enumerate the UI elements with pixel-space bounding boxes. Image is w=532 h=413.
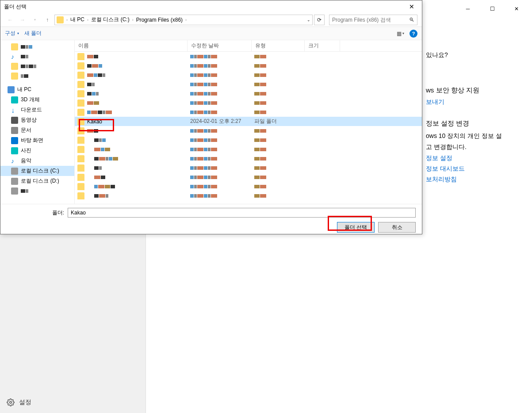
list-item-kakao[interactable]: Kakao 2024-02-01 오후 2:27 파일 폴더 [75,117,422,126]
music-icon [11,157,18,164]
chevron-right-icon: › [66,18,68,22]
tree-label: 로컬 디스크 (D:) [21,177,59,185]
help-button[interactable]: ? [410,30,417,38]
list-item[interactable] [75,107,422,117]
tree-item-disk-c[interactable]: 로컬 디스크 (C:) [0,166,74,176]
list-header: 이름 수정한 날짜 유형 크기 [75,40,422,52]
tree-item[interactable] [0,42,74,52]
select-folder-button[interactable]: 폴더 선택 [337,222,375,233]
crumb-pc[interactable]: 내 PC [69,16,86,23]
settings-button[interactable]: 설정 [7,398,31,406]
bg-link-dashboard[interactable]: 정보 대시보드 [426,165,528,173]
refresh-button[interactable]: ⟳ [314,15,325,25]
recent-dropdown[interactable]: ▾ [30,15,40,25]
row-name: Kakao [87,119,190,125]
forward-button[interactable]: → [17,15,28,25]
col-type[interactable]: 유형 [252,40,305,51]
minimize-icon[interactable]: ─ [459,2,477,15]
tree-item-3d[interactable]: 3D 개체 [0,95,74,105]
chevron-right-icon: › [185,18,187,22]
back-button[interactable]: ← [5,15,15,25]
navigation-tree[interactable]: 내 PC 3D 개체 다운로드 동영상 문서 바탕 화면 사진 음악 로컬 디스… [0,40,75,204]
list-item[interactable] [75,52,422,61]
disk-icon [11,178,18,185]
organize-label: 구성 [5,30,15,37]
breadcrumb[interactable]: › 내 PC › 로컬 디스크 (C:) › Program Files (x8… [54,15,313,25]
tree-item-desktop[interactable]: 바탕 화면 [0,135,74,145]
list-item[interactable] [75,145,422,154]
search-box[interactable]: 🔍︎ [329,15,417,25]
row-type: 파일 폴더 [254,118,307,125]
pc-icon [8,86,15,93]
crumb-program-files[interactable]: Program Files (x86) [134,17,184,23]
tree-item[interactable] [0,71,74,81]
folder-input[interactable] [68,208,416,218]
folder-icon [11,63,18,70]
list-item[interactable] [75,182,422,191]
list-item[interactable] [75,135,422,145]
folder-select-dialog: 폴더 선택 ✕ ← → ▾ ↑ › 내 PC › 로컬 디스크 (C:) › P… [0,0,422,234]
tree-item-disk-d[interactable]: 로컬 디스크 (D:) [0,176,74,186]
tree-item-documents[interactable]: 문서 [0,125,74,135]
tree-label: 동영상 [21,116,37,124]
folder-icon [77,146,84,153]
tree-label: 내 PC [17,86,31,93]
tree-item-videos[interactable]: 동영상 [0,115,74,125]
close-icon[interactable]: ✕ [508,2,525,15]
tree-label: 다운로드 [21,106,42,114]
folder-icon [77,62,84,69]
list-item[interactable] [75,70,422,80]
list-item[interactable] [75,154,422,163]
bg-link-policy[interactable]: 보처리방침 [426,176,528,184]
maximize-icon[interactable]: ☐ [483,2,501,15]
up-button[interactable]: ↑ [42,15,53,25]
tree-item[interactable] [0,52,74,61]
folder-icon [11,73,18,80]
tree-item-pictures[interactable]: 사진 [0,145,74,156]
search-icon: 🔍︎ [409,17,414,23]
list-item[interactable] [75,89,422,98]
list-item[interactable] [75,61,422,70]
picture-icon [11,147,18,154]
list-item[interactable] [75,126,422,135]
search-input[interactable] [332,17,409,23]
view-options-button[interactable]: ▦ ▾ [397,31,404,37]
bg-link-send[interactable]: 보내기 [426,98,528,106]
col-modified[interactable]: 수정한 날짜 [188,40,252,51]
col-size[interactable]: 크기 [305,40,340,51]
cancel-button[interactable]: 취소 [378,222,416,233]
tree-item[interactable] [0,61,74,71]
tree-item-pc[interactable]: 내 PC [0,84,74,95]
folder-label: 폴더: [7,209,64,217]
organize-button[interactable]: 구성 ▾ [5,30,19,37]
folder-icon [77,53,84,60]
list-item[interactable] [75,98,422,107]
folder-icon [77,137,84,144]
list-item[interactable] [75,163,422,172]
desktop-icon [11,137,18,144]
chevron-down-icon: ▾ [402,31,404,35]
new-folder-button[interactable]: 새 폴더 [24,30,42,37]
folder-icon [77,72,84,79]
disk-icon [11,187,18,195]
list-item[interactable] [75,172,422,182]
3d-icon [11,96,18,103]
toolbar: 구성 ▾ 새 폴더 ▦ ▾ ? [0,27,422,40]
close-button[interactable]: ✕ [405,2,418,11]
bg-link-settings[interactable]: 정보 설정 [426,154,528,162]
tree-label: 바탕 화면 [21,137,43,144]
chevron-right-icon: › [132,18,134,22]
chevron-down-icon[interactable]: ⌄ [307,18,310,22]
tree-item-downloads[interactable]: 다운로드 [0,105,74,115]
folder-icon [57,16,64,23]
file-list[interactable]: 이름 수정한 날짜 유형 크기 Kakao 2024-02-01 오후 2:27… [75,40,422,204]
tree-item[interactable] [0,186,74,196]
list-item[interactable] [75,191,422,200]
bg-text-1: ows 10 장치의 개인 정보 설 [426,131,528,141]
crumb-disk-c[interactable]: 로컬 디스크 (C:) [89,16,131,23]
tree-item-music[interactable]: 음악 [0,156,74,166]
folder-icon [77,183,84,190]
list-item[interactable] [75,80,422,89]
navigation-bar: ← → ▾ ↑ › 내 PC › 로컬 디스크 (C:) › Program F… [0,13,422,27]
col-name[interactable]: 이름 [75,40,188,51]
